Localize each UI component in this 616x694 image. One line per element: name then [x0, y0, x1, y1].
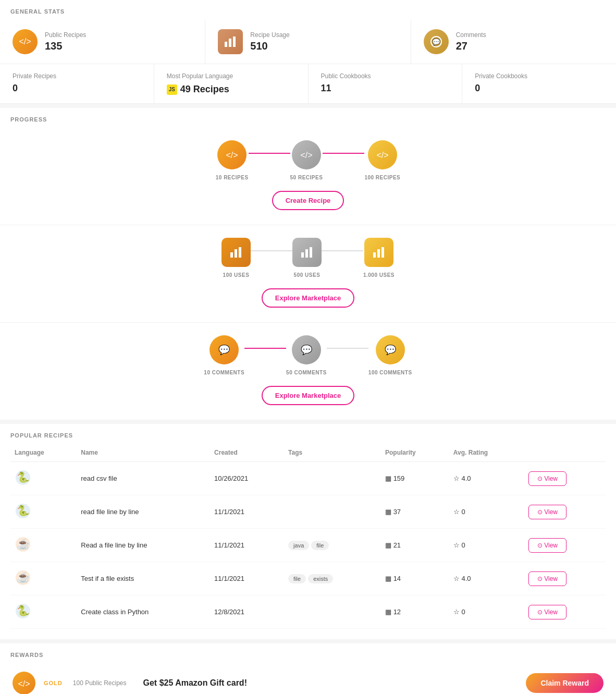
stat-public-recipes-info: Public Recipes 135	[45, 31, 86, 52]
badge-icon-50-recipes: </>	[292, 140, 321, 169]
svg-text:</>: </>	[300, 151, 312, 160]
explore-marketplace-button-uses[interactable]: Explore Marketplace	[262, 288, 354, 308]
python-icon: 🐍	[15, 503, 31, 519]
view-recipe-button[interactable]: ⊙ View	[528, 571, 566, 586]
recipes-table-head: Language Name Created Tags Popularity Av…	[10, 444, 606, 462]
progress-title: PROGRESS	[0, 108, 616, 128]
recipe-name-cell: read csv file	[77, 462, 210, 495]
js-badge: JS 49 Recipes	[167, 84, 229, 95]
popularity-icon: ▦	[385, 474, 391, 482]
svg-text:💬: 💬	[385, 344, 397, 356]
svg-text:🐍: 🐍	[17, 604, 30, 617]
recipe-created-cell: 11/1/2021	[210, 562, 284, 595]
recipe-created-cell: 11/1/2021	[210, 529, 284, 562]
create-recipe-button[interactable]: Create Recipe	[272, 191, 344, 210]
stat-private-cookbooks-value: 0	[475, 83, 603, 94]
recipe-popularity-cell: ▦ 12	[381, 595, 449, 629]
svg-text:☕: ☕	[17, 571, 30, 583]
recipe-view-cell: ⊙ View	[524, 495, 606, 529]
stat-comments-info: Comments 27	[456, 31, 486, 52]
comments-icon: 💬	[424, 29, 449, 54]
stat-public-recipes-label: Public Recipes	[45, 31, 86, 39]
recipe-lang-cell: 🐍	[10, 462, 77, 495]
recipe-popularity-cell: ▦ 14	[381, 562, 449, 595]
reward-item-gold: </> GOLD 100 Public Recipes Get $25 Amaz…	[0, 663, 616, 694]
tag-badge: java	[288, 541, 309, 550]
svg-text:</>: </>	[19, 37, 31, 46]
recipe-name-cell: Create class in Python	[77, 595, 210, 629]
svg-rect-11	[235, 249, 237, 258]
svg-text:🐍: 🐍	[17, 471, 30, 483]
stat-comments-label: Comments	[456, 31, 486, 39]
popular-recipes-section: POPULAR RECIPES Language Name Created Ta…	[0, 424, 616, 639]
view-recipe-button[interactable]: ⊙ View	[528, 471, 566, 486]
badge-label-50-recipes: 50 RECIPES	[290, 175, 323, 180]
stat-card-recipe-usage: Recipe Usage 510	[205, 20, 411, 64]
svg-text:💬: 💬	[432, 38, 441, 46]
tag-badge: exists	[308, 574, 333, 583]
svg-text:🐍: 🐍	[17, 504, 30, 517]
recipe-created-cell: 11/1/2021	[210, 495, 284, 529]
general-stats-section: GENERAL STATS </> Public Recipes 135 Rec…	[0, 0, 616, 104]
uses-progress-group: 100 USES 500 USES 1.000 USES Explore Mar…	[0, 225, 616, 323]
stat-popular-lang-label: Most Popular Language	[167, 72, 295, 80]
popular-recipes-title: POPULAR RECIPES	[0, 424, 616, 444]
popularity-icon: ▦	[385, 541, 391, 549]
svg-text:</>: </>	[226, 151, 238, 160]
rewards-title: REWARDS	[0, 643, 616, 663]
col-tags: Tags	[284, 444, 381, 462]
table-row: 🐍read file line by line11/1/2021▦ 37☆ 0⊙…	[10, 495, 606, 529]
stat-private-recipes: Private Recipes 0	[0, 64, 154, 103]
recipes-badges: </> 10 RECIPES </> 50 RECIPES </> 100 RE…	[216, 140, 401, 180]
connector-1	[249, 153, 290, 154]
connector-2	[323, 153, 364, 154]
stat-recipe-usage-value: 510	[250, 40, 289, 52]
recipe-rating-cell: ☆ 0	[449, 495, 524, 529]
connector-3	[251, 250, 292, 251]
recipe-popularity-cell: ▦ 21	[381, 529, 449, 562]
badge-label-100-recipes: 100 RECIPES	[364, 175, 400, 180]
recipe-tags-cell	[284, 495, 381, 529]
view-recipe-button[interactable]: ⊙ View	[528, 538, 566, 553]
badge-500-uses: 500 USES	[292, 238, 322, 278]
star-icon: ☆	[453, 541, 460, 549]
recipe-rating-cell: ☆ 4.0	[449, 562, 524, 595]
badge-50-recipes: </> 50 RECIPES	[290, 140, 323, 180]
stat-popular-lang-value: JS 49 Recipes	[167, 83, 295, 95]
col-name: Name	[77, 444, 210, 462]
stat-card-comments: 💬 Comments 27	[411, 20, 616, 64]
svg-text:💬: 💬	[301, 344, 313, 356]
svg-rect-10	[230, 252, 233, 258]
stat-public-cookbooks: Public Cookbooks 11	[309, 64, 463, 103]
view-recipe-button[interactable]: ⊙ View	[528, 505, 566, 519]
badge-50-comments: 💬 50 COMMENTS	[286, 335, 327, 375]
stat-public-cookbooks-label: Public Cookbooks	[321, 72, 450, 80]
connector-6	[327, 348, 368, 349]
recipe-tags-cell	[284, 462, 381, 495]
view-recipe-button[interactable]: ⊙ View	[528, 605, 566, 619]
recipe-view-cell: ⊙ View	[524, 529, 606, 562]
star-icon: ☆	[453, 508, 460, 516]
recipe-name-cell: Read a file line by line	[77, 529, 210, 562]
stats-top-row: </> Public Recipes 135 Recipe Usage 510 …	[0, 20, 616, 64]
star-icon: ☆	[453, 474, 460, 482]
js-logo-icon: JS	[167, 84, 177, 95]
recipe-rating-cell: ☆ 0	[449, 529, 524, 562]
badge-icon-100-comments: 💬	[376, 335, 405, 364]
badge-100-recipes: </> 100 RECIPES	[364, 140, 400, 180]
stat-public-cookbooks-value: 11	[321, 83, 450, 94]
badge-label-100-uses: 100 USES	[223, 272, 250, 278]
stat-private-recipes-value: 0	[13, 83, 141, 94]
progress-section: PROGRESS </> 10 RECIPES </> 50 RECIPES <…	[0, 108, 616, 420]
recipes-progress-group: </> 10 RECIPES </> 50 RECIPES </> 100 RE…	[0, 128, 616, 225]
public-recipes-icon: </>	[13, 29, 38, 54]
java-icon: ☕	[15, 536, 31, 553]
badge-icon-500-uses	[292, 238, 322, 267]
svg-rect-2	[225, 42, 227, 47]
claim-reward-button[interactable]: Claim Reward	[526, 673, 603, 693]
explore-marketplace-button-comments[interactable]: Explore Marketplace	[262, 386, 354, 405]
comments-progress-group: 💬 10 COMMENTS 💬 50 COMMENTS 💬 100 COMMEN…	[0, 323, 616, 420]
recipe-view-cell: ⊙ View	[524, 595, 606, 629]
svg-rect-3	[229, 39, 231, 47]
badge-icon-10-recipes: </>	[217, 140, 247, 169]
